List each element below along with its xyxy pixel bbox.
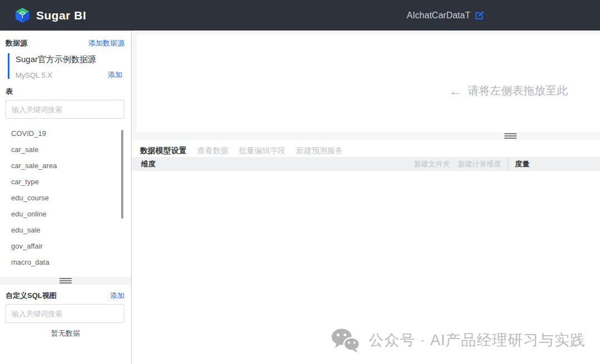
table-list-item[interactable]: COVID_19 [0, 125, 131, 141]
datasource-subrow: MySQL 5.X 添加 [16, 70, 122, 80]
add-sql-view-link[interactable]: 添加 [110, 291, 124, 301]
project-title: AIchatCarDataT [407, 11, 471, 21]
table-search-input[interactable] [6, 100, 124, 118]
new-calc-dimension-button[interactable]: 新建计算维度 [458, 159, 501, 169]
table-list-item[interactable]: edu_online [0, 206, 131, 222]
sidebar-resize-strip [0, 277, 131, 285]
tab-batch-edit-fields[interactable]: 批量编辑字段 [239, 146, 286, 156]
panel-resize-strip [504, 133, 517, 139]
edit-title-icon[interactable] [475, 11, 484, 20]
sql-view-label: 自定义SQL视图 [6, 291, 57, 301]
sql-view-empty-text: 暂无数据 [0, 328, 131, 338]
add-table-link[interactable]: 添加 [108, 70, 122, 80]
panel-tabs: 数据模型设置 查看数据 批量编辑字段 新建预测服务 [132, 140, 600, 157]
table-list-item[interactable]: car_type [0, 174, 131, 190]
watermark: 公众号 · AI产品经理研习与实践 [331, 327, 586, 353]
table-label: 表 [6, 87, 13, 97]
table-list-scrollbar[interactable] [121, 130, 123, 219]
selected-indicator [8, 53, 9, 79]
add-datasource-link[interactable]: 添加数据源 [88, 38, 124, 48]
left-arrow-icon: ← [449, 84, 462, 98]
drag-handle-icon[interactable] [504, 133, 517, 139]
table-list-item[interactable]: car_sale_area [0, 158, 131, 174]
tab-view-data[interactable]: 查看数据 [197, 146, 228, 156]
sugar-cube-logo-icon [15, 7, 30, 23]
datasource-header: 数据源 添加数据源 [6, 38, 124, 48]
table-list-item[interactable]: macro_data [0, 254, 131, 270]
model-header-row: 维度 新建文件夹 新建计算维度 度量 [132, 157, 600, 171]
wechat-icon [331, 327, 361, 353]
datasource-label: 数据源 [6, 38, 27, 48]
table-list-item[interactable]: car_sale [0, 141, 131, 158]
dropzone-hint: ← 请将左侧表拖放至此 [449, 83, 568, 98]
brand-title: Sugar BI [36, 9, 86, 22]
dropzone-hint-text: 请将左侧表拖放至此 [468, 83, 568, 98]
brand: Sugar BI [0, 7, 86, 23]
datasource-item[interactable]: Sugar官方示例数据源 MySQL 5.X 添加 [8, 52, 124, 80]
table-list: COVID_19 car_sale car_sale_area car_type… [0, 125, 131, 279]
dimension-label: 维度 [141, 159, 156, 169]
table-list-item[interactable]: edu_course [0, 190, 131, 206]
measure-header-cell: 度量 [508, 157, 600, 171]
table-search-box [6, 100, 124, 119]
sugar-bi-app: Sugar BI AIchatCarDataT 数据源 添加数据源 Sugar官… [0, 0, 600, 364]
sql-view-search-input[interactable] [6, 305, 124, 322]
sql-view-header: 自定义SQL视图 添加 [6, 291, 124, 301]
sql-view-search-box [6, 304, 124, 323]
tab-new-prediction-service[interactable]: 新建预测服务 [296, 146, 343, 156]
datasource-type: MySQL 5.X [16, 71, 52, 79]
table-list-item[interactable]: gov_affair [0, 238, 131, 254]
watermark-text: 公众号 · AI产品经理研习与实践 [368, 330, 586, 350]
new-folder-button[interactable]: 新建文件夹 [414, 159, 450, 169]
drag-handle-icon[interactable] [59, 278, 72, 284]
tab-data-model-settings[interactable]: 数据模型设置 [140, 146, 187, 156]
table-section-header: 表 [6, 87, 124, 97]
dimension-header-cell: 维度 新建文件夹 新建计算维度 [132, 157, 508, 171]
dimension-actions: 新建文件夹 新建计算维度 [414, 159, 501, 169]
sidebar: 数据源 添加数据源 Sugar官方示例数据源 MySQL 5.X 添加 表 CO… [0, 31, 132, 364]
top-navbar: Sugar BI AIchatCarDataT [0, 0, 600, 31]
datasource-name: Sugar官方示例数据源 [16, 54, 96, 65]
table-list-item[interactable]: edu_sale [0, 222, 131, 238]
main-area: ← 请将左侧表拖放至此 数据模型设置 查看数据 批量编辑字段 新建预测服务 维度… [132, 31, 600, 364]
measure-label: 度量 [515, 159, 529, 169]
project-title-wrap: AIchatCarDataT [407, 0, 484, 31]
table-dropzone[interactable]: ← 请将左侧表拖放至此 [137, 34, 600, 132]
